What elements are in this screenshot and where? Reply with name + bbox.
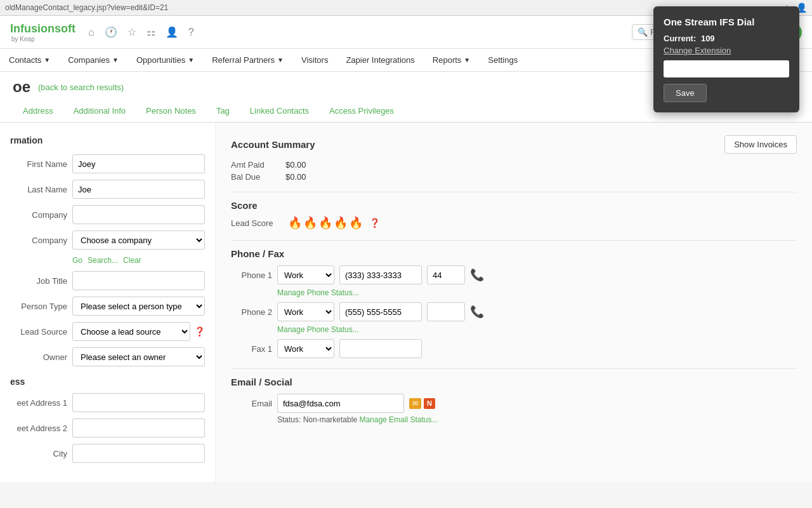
company-text-input[interactable]	[72, 205, 205, 224]
street1-label: eet Address 1	[10, 398, 67, 408]
lead-source-help-icon[interactable]: ❓	[194, 326, 205, 337]
job-title-input[interactable]	[72, 271, 205, 290]
company-go-link[interactable]: Go	[72, 256, 82, 265]
flame-3: 🔥	[318, 216, 332, 230]
nav-opportunities[interactable]: Opportunities ▼	[128, 49, 203, 71]
flame-1: 🔥	[288, 216, 302, 230]
flame-4: 🔥	[334, 216, 348, 230]
email-icons: ✉ N	[409, 398, 435, 409]
chevron-down-icon: ▼	[277, 57, 284, 64]
phone1-manage-link[interactable]: Manage Phone Status...	[277, 288, 797, 297]
popup-current: Current: 109	[664, 34, 789, 43]
history-icon[interactable]: 🕐	[105, 26, 117, 38]
popup-save-button[interactable]: Save	[664, 84, 707, 102]
owner-select[interactable]: Please select an owner	[72, 347, 205, 366]
email-n-icon[interactable]: N	[424, 398, 435, 409]
home-icon[interactable]: ⌂	[88, 27, 95, 38]
phone1-number-input[interactable]	[339, 265, 422, 284]
lead-score-row: Lead Score 🔥 🔥 🔥 🔥 🔥 ❓	[231, 216, 797, 230]
bal-due-value: $0.00	[285, 172, 306, 182]
city-input[interactable]	[72, 444, 205, 463]
company-text-row: Company	[10, 205, 205, 224]
last-name-row: Last Name	[10, 180, 205, 199]
nav-settings[interactable]: Settings	[479, 49, 527, 71]
lead-source-select[interactable]: Choose a lead source	[72, 322, 190, 341]
person-type-select[interactable]: Please select a person type	[72, 297, 205, 316]
phone2-number-input[interactable]	[339, 302, 422, 321]
one-stream-popup: One Stream IFS Dial Current: 109 Change …	[653, 6, 799, 112]
nav-contacts[interactable]: Contacts ▼	[0, 49, 59, 71]
tab-person-notes[interactable]: Person Notes	[136, 101, 206, 122]
person-icon[interactable]: 👤	[166, 26, 178, 38]
tab-linked-contacts[interactable]: Linked Contacts	[240, 101, 319, 122]
star-nav-icon[interactable]: ☆	[128, 26, 136, 38]
nav-visitors[interactable]: Visitors	[292, 49, 337, 71]
email-mail-icon[interactable]: ✉	[409, 398, 421, 409]
fax1-number-input[interactable]	[339, 339, 422, 358]
tab-additional-info[interactable]: Additional Info	[63, 101, 136, 122]
help-nav-icon[interactable]: ?	[188, 27, 194, 38]
company-links: Go Search... Clear	[72, 256, 205, 265]
amt-paid-value: $0.00	[285, 160, 306, 170]
lead-score-help-icon[interactable]: ❓	[369, 218, 380, 228]
nav-reports[interactable]: Reports ▼	[424, 49, 479, 71]
job-title-label: Job Title	[10, 276, 67, 286]
phone2-manage-link[interactable]: Manage Phone Status...	[277, 325, 797, 334]
last-name-input[interactable]	[72, 180, 205, 199]
phone2-type-select[interactable]: WorkHomeMobile	[277, 302, 334, 321]
lead-source-row: Lead Source Choose a lead source ❓	[10, 322, 205, 341]
street1-input[interactable]	[72, 393, 205, 412]
brand-name: Infusionsoft	[10, 22, 75, 36]
popup-change-extension-link[interactable]: Change Extension	[664, 46, 789, 55]
job-title-row: Job Title	[10, 271, 205, 290]
tab-tag[interactable]: Tag	[206, 101, 240, 122]
street2-input[interactable]	[72, 418, 205, 438]
chevron-down-icon: ▼	[112, 57, 119, 64]
owner-row: Owner Please select an owner	[10, 347, 205, 366]
phone1-dial-icon[interactable]: 📞	[470, 268, 484, 282]
amt-paid-row: Amt Paid $0.00	[231, 160, 797, 170]
phone1-label: Phone 1	[231, 271, 272, 280]
company-label: Company	[10, 210, 67, 220]
last-name-label: Last Name	[10, 185, 67, 194]
phone1-ext-input[interactable]	[427, 265, 465, 284]
company-clear-link[interactable]: Clear	[123, 256, 141, 265]
left-panel: rmation First Name Last Name Company Com…	[0, 123, 216, 482]
lead-source-label: Lead Source	[10, 327, 67, 337]
phone-fax-section: Phone / Fax Phone 1 WorkHomeMobile 📞 Man…	[231, 248, 797, 358]
popup-extension-input[interactable]	[664, 60, 789, 77]
nav-referral-partners[interactable]: Referral Partners ▼	[203, 49, 292, 71]
search-icon: 🔍	[638, 27, 648, 37]
amt-paid-label: Amt Paid	[231, 160, 275, 170]
email-row: Email ✉ N	[231, 394, 797, 413]
show-invoices-button[interactable]: Show Invoices	[724, 135, 797, 154]
company-search-link[interactable]: Search...	[88, 256, 118, 265]
nav-companies[interactable]: Companies ▼	[59, 49, 128, 71]
phone2-ext-input[interactable]	[427, 302, 465, 321]
nav-icon-group: ⌂ 🕐 ☆ ⚏ 👤 ?	[88, 26, 194, 38]
score-section: Score Lead Score 🔥 🔥 🔥 🔥 🔥 ❓	[231, 200, 797, 230]
street1-row: eet Address 1	[10, 393, 205, 412]
tab-access-privileges[interactable]: Access Privileges	[319, 101, 404, 122]
grid-icon[interactable]: ⚏	[147, 26, 155, 38]
chevron-down-icon: ▼	[464, 57, 470, 64]
company-select-label: Company	[10, 236, 67, 245]
company-select-row: Company Choose a company	[10, 231, 205, 250]
chevron-down-icon: ▼	[188, 57, 194, 64]
manage-email-status-link[interactable]: Manage Email Status...	[359, 415, 438, 424]
account-summary-data: Amt Paid $0.00 Bal Due $0.00	[231, 160, 797, 182]
company-select[interactable]: Choose a company	[72, 231, 205, 250]
email-input[interactable]	[277, 394, 404, 413]
phone1-type-select[interactable]: WorkHomeMobile	[277, 265, 334, 284]
nav-zapier[interactable]: Zapier Integrations	[337, 49, 423, 71]
tab-address[interactable]: Address	[13, 101, 63, 122]
fax1-type-select[interactable]: WorkHomeOther	[277, 339, 334, 358]
phone2-dial-icon[interactable]: 📞	[470, 305, 484, 319]
right-panel: Account Summary Show Invoices Amt Paid $…	[216, 123, 812, 482]
person-type-row: Person Type Please select a person type	[10, 297, 205, 316]
bal-due-label: Bal Due	[231, 172, 275, 182]
first-name-input[interactable]	[72, 154, 205, 173]
back-to-search-link[interactable]: (back to search results)	[38, 83, 124, 92]
owner-label: Owner	[10, 352, 67, 362]
chevron-down-icon: ▼	[44, 57, 50, 64]
